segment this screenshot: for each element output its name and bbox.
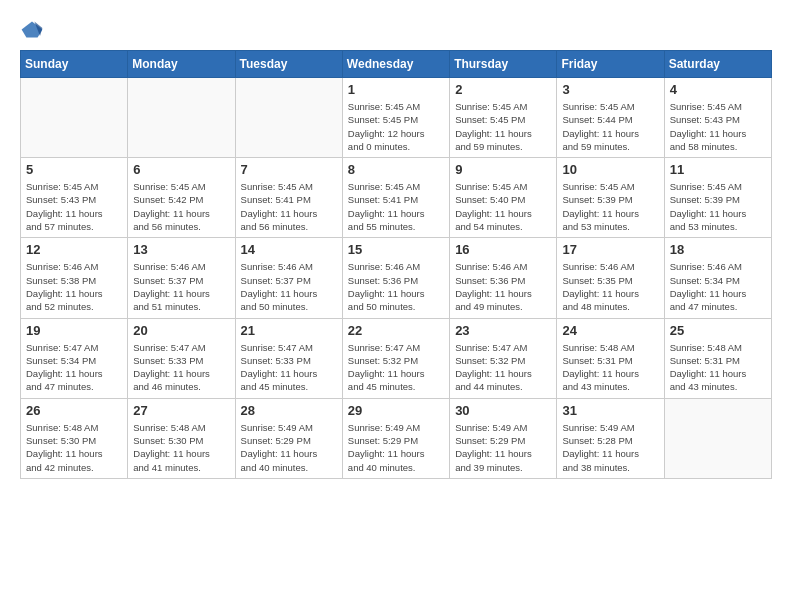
calendar-cell: 25Sunrise: 5:48 AM Sunset: 5:31 PM Dayli… (664, 318, 771, 398)
day-info: Sunrise: 5:45 AM Sunset: 5:39 PM Dayligh… (562, 180, 658, 233)
calendar-week-row: 12Sunrise: 5:46 AM Sunset: 5:38 PM Dayli… (21, 238, 772, 318)
calendar-cell: 29Sunrise: 5:49 AM Sunset: 5:29 PM Dayli… (342, 398, 449, 478)
day-number: 21 (241, 323, 337, 338)
logo (20, 20, 46, 40)
day-number: 20 (133, 323, 229, 338)
calendar-cell (664, 398, 771, 478)
day-number: 23 (455, 323, 551, 338)
calendar-cell (128, 78, 235, 158)
calendar-cell: 31Sunrise: 5:49 AM Sunset: 5:28 PM Dayli… (557, 398, 664, 478)
calendar-week-row: 19Sunrise: 5:47 AM Sunset: 5:34 PM Dayli… (21, 318, 772, 398)
day-number: 29 (348, 403, 444, 418)
calendar-table: SundayMondayTuesdayWednesdayThursdayFrid… (20, 50, 772, 479)
day-info: Sunrise: 5:45 AM Sunset: 5:41 PM Dayligh… (348, 180, 444, 233)
day-info: Sunrise: 5:47 AM Sunset: 5:32 PM Dayligh… (348, 341, 444, 394)
day-number: 10 (562, 162, 658, 177)
day-info: Sunrise: 5:47 AM Sunset: 5:32 PM Dayligh… (455, 341, 551, 394)
day-info: Sunrise: 5:46 AM Sunset: 5:38 PM Dayligh… (26, 260, 122, 313)
day-info: Sunrise: 5:45 AM Sunset: 5:45 PM Dayligh… (455, 100, 551, 153)
weekday-header-sunday: Sunday (21, 51, 128, 78)
day-info: Sunrise: 5:45 AM Sunset: 5:40 PM Dayligh… (455, 180, 551, 233)
calendar-cell: 22Sunrise: 5:47 AM Sunset: 5:32 PM Dayli… (342, 318, 449, 398)
day-info: Sunrise: 5:45 AM Sunset: 5:44 PM Dayligh… (562, 100, 658, 153)
day-info: Sunrise: 5:45 AM Sunset: 5:43 PM Dayligh… (670, 100, 766, 153)
day-info: Sunrise: 5:46 AM Sunset: 5:37 PM Dayligh… (241, 260, 337, 313)
day-info: Sunrise: 5:45 AM Sunset: 5:42 PM Dayligh… (133, 180, 229, 233)
day-number: 13 (133, 242, 229, 257)
day-info: Sunrise: 5:49 AM Sunset: 5:29 PM Dayligh… (348, 421, 444, 474)
calendar-cell: 7Sunrise: 5:45 AM Sunset: 5:41 PM Daylig… (235, 158, 342, 238)
calendar-cell: 3Sunrise: 5:45 AM Sunset: 5:44 PM Daylig… (557, 78, 664, 158)
calendar-cell: 14Sunrise: 5:46 AM Sunset: 5:37 PM Dayli… (235, 238, 342, 318)
day-info: Sunrise: 5:46 AM Sunset: 5:35 PM Dayligh… (562, 260, 658, 313)
calendar-cell: 1Sunrise: 5:45 AM Sunset: 5:45 PM Daylig… (342, 78, 449, 158)
calendar-cell: 20Sunrise: 5:47 AM Sunset: 5:33 PM Dayli… (128, 318, 235, 398)
calendar-cell: 12Sunrise: 5:46 AM Sunset: 5:38 PM Dayli… (21, 238, 128, 318)
calendar-cell: 17Sunrise: 5:46 AM Sunset: 5:35 PM Dayli… (557, 238, 664, 318)
day-number: 7 (241, 162, 337, 177)
day-info: Sunrise: 5:49 AM Sunset: 5:28 PM Dayligh… (562, 421, 658, 474)
day-info: Sunrise: 5:48 AM Sunset: 5:31 PM Dayligh… (562, 341, 658, 394)
day-number: 6 (133, 162, 229, 177)
day-number: 15 (348, 242, 444, 257)
weekday-header-row: SundayMondayTuesdayWednesdayThursdayFrid… (21, 51, 772, 78)
calendar-week-row: 5Sunrise: 5:45 AM Sunset: 5:43 PM Daylig… (21, 158, 772, 238)
day-number: 24 (562, 323, 658, 338)
day-info: Sunrise: 5:48 AM Sunset: 5:30 PM Dayligh… (133, 421, 229, 474)
day-info: Sunrise: 5:46 AM Sunset: 5:36 PM Dayligh… (455, 260, 551, 313)
day-number: 14 (241, 242, 337, 257)
calendar-cell: 18Sunrise: 5:46 AM Sunset: 5:34 PM Dayli… (664, 238, 771, 318)
calendar-cell: 28Sunrise: 5:49 AM Sunset: 5:29 PM Dayli… (235, 398, 342, 478)
day-number: 25 (670, 323, 766, 338)
day-info: Sunrise: 5:49 AM Sunset: 5:29 PM Dayligh… (241, 421, 337, 474)
calendar-cell: 11Sunrise: 5:45 AM Sunset: 5:39 PM Dayli… (664, 158, 771, 238)
calendar-cell: 19Sunrise: 5:47 AM Sunset: 5:34 PM Dayli… (21, 318, 128, 398)
day-info: Sunrise: 5:46 AM Sunset: 5:34 PM Dayligh… (670, 260, 766, 313)
day-number: 9 (455, 162, 551, 177)
day-number: 16 (455, 242, 551, 257)
day-info: Sunrise: 5:47 AM Sunset: 5:34 PM Dayligh… (26, 341, 122, 394)
calendar-cell: 23Sunrise: 5:47 AM Sunset: 5:32 PM Dayli… (450, 318, 557, 398)
calendar-cell: 8Sunrise: 5:45 AM Sunset: 5:41 PM Daylig… (342, 158, 449, 238)
day-number: 11 (670, 162, 766, 177)
day-info: Sunrise: 5:46 AM Sunset: 5:37 PM Dayligh… (133, 260, 229, 313)
calendar-cell: 26Sunrise: 5:48 AM Sunset: 5:30 PM Dayli… (21, 398, 128, 478)
weekday-header-friday: Friday (557, 51, 664, 78)
day-info: Sunrise: 5:45 AM Sunset: 5:41 PM Dayligh… (241, 180, 337, 233)
calendar-week-row: 1Sunrise: 5:45 AM Sunset: 5:45 PM Daylig… (21, 78, 772, 158)
weekday-header-saturday: Saturday (664, 51, 771, 78)
day-info: Sunrise: 5:48 AM Sunset: 5:30 PM Dayligh… (26, 421, 122, 474)
weekday-header-thursday: Thursday (450, 51, 557, 78)
calendar-cell: 6Sunrise: 5:45 AM Sunset: 5:42 PM Daylig… (128, 158, 235, 238)
calendar-cell: 16Sunrise: 5:46 AM Sunset: 5:36 PM Dayli… (450, 238, 557, 318)
calendar-cell: 2Sunrise: 5:45 AM Sunset: 5:45 PM Daylig… (450, 78, 557, 158)
day-info: Sunrise: 5:47 AM Sunset: 5:33 PM Dayligh… (241, 341, 337, 394)
day-number: 3 (562, 82, 658, 97)
day-info: Sunrise: 5:47 AM Sunset: 5:33 PM Dayligh… (133, 341, 229, 394)
day-number: 19 (26, 323, 122, 338)
day-info: Sunrise: 5:45 AM Sunset: 5:43 PM Dayligh… (26, 180, 122, 233)
day-number: 28 (241, 403, 337, 418)
day-number: 1 (348, 82, 444, 97)
calendar-cell (235, 78, 342, 158)
day-info: Sunrise: 5:45 AM Sunset: 5:39 PM Dayligh… (670, 180, 766, 233)
day-number: 26 (26, 403, 122, 418)
calendar-cell: 15Sunrise: 5:46 AM Sunset: 5:36 PM Dayli… (342, 238, 449, 318)
day-info: Sunrise: 5:45 AM Sunset: 5:45 PM Dayligh… (348, 100, 444, 153)
day-number: 31 (562, 403, 658, 418)
day-number: 22 (348, 323, 444, 338)
calendar-cell (21, 78, 128, 158)
day-number: 18 (670, 242, 766, 257)
day-number: 5 (26, 162, 122, 177)
weekday-header-wednesday: Wednesday (342, 51, 449, 78)
day-number: 8 (348, 162, 444, 177)
calendar-cell: 27Sunrise: 5:48 AM Sunset: 5:30 PM Dayli… (128, 398, 235, 478)
day-number: 17 (562, 242, 658, 257)
weekday-header-tuesday: Tuesday (235, 51, 342, 78)
day-number: 12 (26, 242, 122, 257)
calendar-cell: 13Sunrise: 5:46 AM Sunset: 5:37 PM Dayli… (128, 238, 235, 318)
day-number: 4 (670, 82, 766, 97)
day-number: 27 (133, 403, 229, 418)
page-header (20, 20, 772, 40)
calendar-cell: 9Sunrise: 5:45 AM Sunset: 5:40 PM Daylig… (450, 158, 557, 238)
